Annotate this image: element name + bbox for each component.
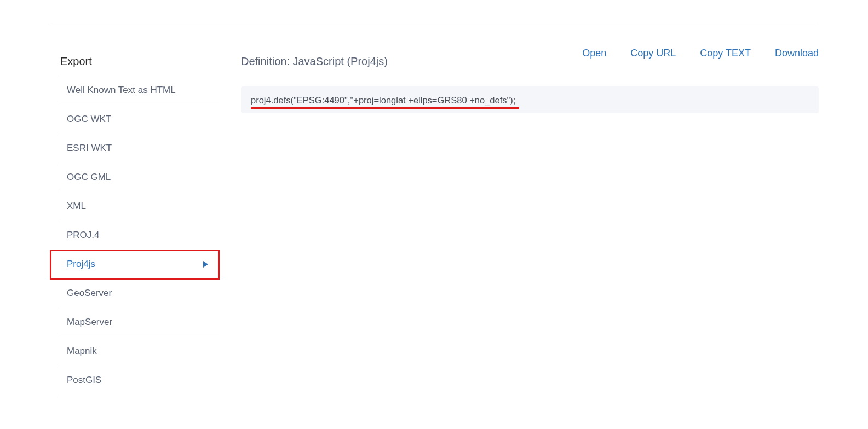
sidebar-item-xml[interactable]: XML [60,192,219,221]
sidebar-item-label: ESRI WKT [67,143,112,154]
sidebar-item-label: Well Known Text as HTML [67,85,176,96]
code-text: proj4.defs("EPSG:4490","+proj=longlat +e… [251,95,515,108]
sidebar-item-proj4[interactable]: PROJ.4 [60,221,219,250]
sidebar-item-label: OGC GML [67,172,111,183]
sidebar-item-label: Mapnik [67,346,97,357]
open-link[interactable]: Open [582,48,606,59]
definition-title: Definition: JavaScript (Proj4js) [241,55,388,68]
sidebar-item-esri-wkt[interactable]: ESRI WKT [60,134,219,163]
sidebar-item-wkt-html[interactable]: Well Known Text as HTML [60,76,219,105]
sidebar-item-postgis[interactable]: PostGIS [60,366,219,395]
sidebar-item-ogc-wkt[interactable]: OGC WKT [60,105,219,134]
sidebar-item-label: GeoServer [67,288,112,299]
sidebar-item-label: PROJ.4 [67,230,100,241]
sidebar-item-geoserver[interactable]: GeoServer [60,279,219,308]
sidebar-item-label: XML [67,201,86,212]
sidebar-item-mapserver[interactable]: MapServer [60,308,219,337]
sidebar-item-ogc-gml[interactable]: OGC GML [60,163,219,192]
sidebar-item-label: OGC WKT [67,114,111,125]
download-link[interactable]: Download [775,48,819,59]
code-definition-block: proj4.defs("EPSG:4490","+proj=longlat +e… [241,86,819,113]
export-sidebar: Export Well Known Text as HTML OGC WKT E… [60,55,219,395]
page-container: Export Well Known Text as HTML OGC WKT E… [0,22,868,395]
main-content: Definition: JavaScript (Proj4js) Open Co… [241,55,819,395]
copy-url-link[interactable]: Copy URL [630,48,676,59]
sidebar-item-proj4js[interactable]: Proj4js [50,250,219,279]
annotation-underline [251,107,519,109]
sidebar-item-label: MapServer [67,317,112,328]
sidebar-title: Export [60,55,219,76]
chevron-right-icon [203,261,208,268]
main-header: Definition: JavaScript (Proj4js) Open Co… [241,55,819,68]
sidebar-item-label: PostGIS [67,375,101,386]
sidebar-item-label: Proj4js [67,259,95,270]
sidebar-item-mapnik[interactable]: Mapnik [60,337,219,366]
actions-row: Open Copy URL Copy TEXT Download [582,48,819,59]
copy-text-link[interactable]: Copy TEXT [700,48,751,59]
